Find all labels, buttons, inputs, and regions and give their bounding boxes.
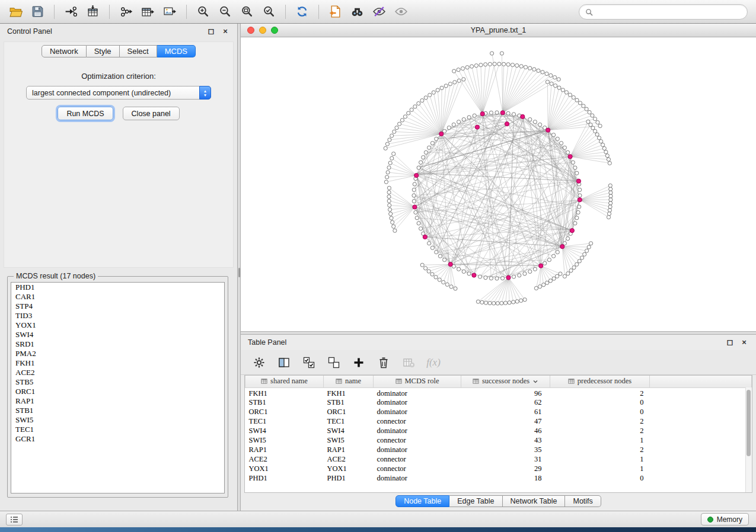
- show-details-button[interactable]: [390, 2, 412, 21]
- network-node[interactable]: [435, 137, 438, 140]
- network-node[interactable]: [479, 63, 483, 67]
- network-node[interactable]: [428, 93, 432, 97]
- network-node[interactable]: [430, 142, 434, 145]
- memory-button[interactable]: Memory: [701, 513, 749, 525]
- network-node[interactable]: [403, 115, 407, 118]
- network-node[interactable]: [585, 249, 589, 252]
- network-node[interactable]: [528, 66, 532, 70]
- network-node[interactable]: [392, 152, 395, 156]
- network-node[interactable]: [580, 256, 584, 259]
- fx-button[interactable]: f(x): [426, 355, 441, 370]
- network-node[interactable]: [528, 118, 532, 121]
- dominator-node[interactable]: [539, 264, 543, 268]
- tab-style[interactable]: Style: [87, 45, 120, 57]
- table-close-panel-icon[interactable]: ×: [739, 338, 749, 347]
- network-node[interactable]: [598, 124, 602, 128]
- network-node[interactable]: [556, 137, 559, 140]
- network-node[interactable]: [462, 78, 465, 81]
- network-node[interactable]: [554, 84, 557, 88]
- network-node[interactable]: [393, 229, 397, 232]
- dominator-node[interactable]: [576, 179, 580, 183]
- network-node[interactable]: [387, 166, 391, 169]
- network-node[interactable]: [534, 286, 538, 290]
- maximize-window-button[interactable]: [271, 27, 278, 34]
- network-node[interactable]: [571, 161, 575, 164]
- float-panel-icon[interactable]: ◻: [206, 27, 216, 36]
- network-node[interactable]: [448, 82, 452, 86]
- network-node[interactable]: [470, 65, 474, 68]
- network-node[interactable]: [533, 120, 537, 124]
- network-node[interactable]: [559, 272, 562, 275]
- network-node[interactable]: [384, 146, 387, 150]
- mcds-node-item[interactable]: PMA2: [11, 349, 224, 358]
- network-node[interactable]: [602, 146, 606, 150]
- network-node[interactable]: [461, 67, 464, 70]
- network-node[interactable]: [452, 123, 455, 126]
- table-float-panel-icon[interactable]: ◻: [725, 338, 735, 347]
- network-node[interactable]: [591, 126, 595, 130]
- mcds-node-item[interactable]: STB5: [11, 377, 224, 387]
- mcds-node-item[interactable]: SRD1: [11, 339, 224, 349]
- network-node[interactable]: [447, 126, 451, 130]
- dominator-node[interactable]: [472, 273, 476, 277]
- network-node[interactable]: [572, 266, 576, 270]
- tab-select[interactable]: Select: [120, 45, 157, 57]
- dominator-node[interactable]: [578, 198, 582, 202]
- table-row[interactable]: YOX1YOX1connector291: [245, 464, 752, 474]
- network-node[interactable]: [596, 121, 599, 124]
- network-node[interactable]: [412, 200, 416, 203]
- network-node[interactable]: [609, 187, 613, 191]
- dominator-node[interactable]: [570, 229, 574, 233]
- network-node[interactable]: [390, 134, 394, 137]
- network-node[interactable]: [608, 205, 612, 209]
- network-node[interactable]: [390, 156, 394, 160]
- network-node[interactable]: [388, 161, 392, 165]
- network-node[interactable]: [493, 62, 496, 66]
- network-node[interactable]: [384, 180, 388, 184]
- network-node[interactable]: [575, 262, 579, 266]
- dominator-node[interactable]: [568, 155, 572, 159]
- mcds-node-item[interactable]: PHD1: [11, 283, 224, 292]
- open-button[interactable]: [5, 2, 27, 21]
- network-node[interactable]: [578, 205, 581, 209]
- close-panel-button[interactable]: Close panel: [123, 107, 180, 120]
- network-node[interactable]: [476, 300, 480, 303]
- mcds-node-item[interactable]: STP4: [11, 302, 224, 311]
- import-table-button[interactable]: [82, 2, 104, 21]
- network-node[interactable]: [575, 216, 579, 220]
- network-node[interactable]: [548, 279, 552, 283]
- close-window-button[interactable]: [247, 27, 254, 34]
- network-node[interactable]: [589, 123, 592, 127]
- network-node[interactable]: [557, 86, 561, 89]
- share-document-button[interactable]: [324, 2, 346, 21]
- network-node[interactable]: [609, 194, 613, 198]
- dominator-node[interactable]: [475, 125, 479, 129]
- save-button[interactable]: [27, 2, 49, 21]
- network-node[interactable]: [506, 111, 510, 115]
- dominator-node[interactable]: [521, 114, 525, 118]
- table-scrollbar-thumb[interactable]: [747, 390, 751, 456]
- network-node[interactable]: [550, 82, 553, 85]
- network-node[interactable]: [488, 302, 492, 305]
- network-node[interactable]: [484, 63, 487, 66]
- network-node[interactable]: [473, 114, 476, 117]
- network-node[interactable]: [489, 277, 493, 280]
- run-mcds-button[interactable]: Run MCDS: [58, 107, 113, 120]
- show-panels-button[interactable]: [6, 514, 23, 525]
- network-node[interactable]: [457, 79, 461, 82]
- network-node[interactable]: [495, 111, 499, 114]
- network-node[interactable]: [515, 64, 519, 68]
- tab-network[interactable]: Network: [42, 45, 87, 57]
- network-node[interactable]: [543, 261, 547, 265]
- zoom-out-button[interactable]: [214, 2, 236, 21]
- network-node[interactable]: [609, 191, 613, 194]
- tab-edge-table[interactable]: Edge Table: [449, 495, 502, 507]
- network-node[interactable]: [572, 95, 575, 99]
- table-scrollbar[interactable]: [745, 387, 752, 492]
- table-row[interactable]: SWI4SWI4dominator462: [245, 427, 752, 436]
- network-node[interactable]: [495, 277, 499, 280]
- network-node[interactable]: [566, 237, 570, 241]
- zoom-selected-button[interactable]: [258, 2, 280, 21]
- network-node[interactable]: [420, 263, 424, 267]
- deselect-button[interactable]: [326, 355, 342, 370]
